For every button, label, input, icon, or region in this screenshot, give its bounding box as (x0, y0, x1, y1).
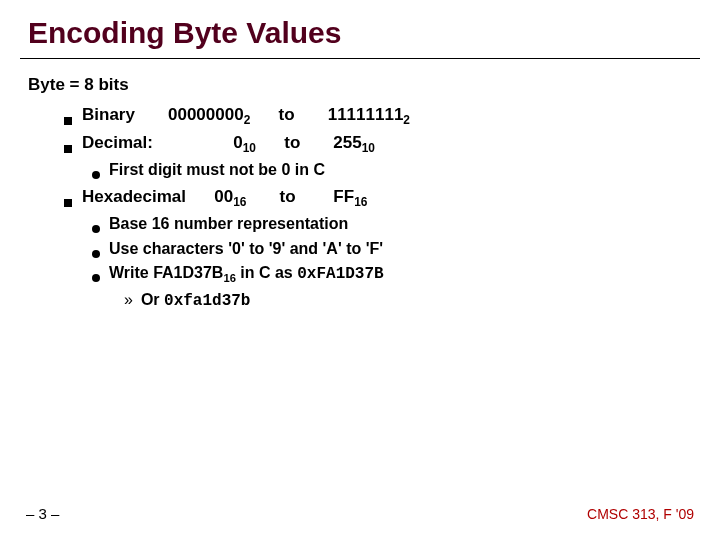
hex-note-c: Write FA1D37B16 in C as 0xFA1D37B (109, 262, 384, 287)
sub-sub-bullet-hex-or: » Or 0xfa1d37b (124, 289, 720, 312)
slide: Encoding Byte Values Byte = 8 bits Binar… (0, 0, 720, 540)
slide-title: Encoding Byte Values (0, 0, 720, 58)
binary-row-text: Binary 000000002 to 111111112 (82, 103, 410, 129)
hex-note-d: Or 0xfa1d37b (141, 289, 251, 312)
hex-note-b: Use characters '0' to '9' and 'A' to 'F' (109, 238, 383, 260)
disc-bullet-icon (92, 171, 100, 179)
sub-bullet-hex-base16: Base 16 number representation (92, 213, 720, 235)
square-bullet-icon (64, 199, 72, 207)
hex-row-text: Hexadecimal 0016 to FF16 (82, 185, 367, 211)
bullet-binary: Binary 000000002 to 111111112 (64, 103, 720, 129)
square-bullet-icon (64, 117, 72, 125)
page-number: – 3 – (26, 505, 59, 522)
arrow-bullet-icon: » (124, 289, 133, 311)
disc-bullet-icon (92, 225, 100, 233)
bullet-decimal: Decimal: 010 to 25510 (64, 131, 720, 157)
slide-content: Byte = 8 bits Binary 000000002 to 111111… (0, 59, 720, 312)
bullet-hex: Hexadecimal 0016 to FF16 (64, 185, 720, 211)
disc-bullet-icon (92, 274, 100, 282)
decimal-note-text: First digit must not be 0 in C (109, 159, 325, 181)
disc-bullet-icon (92, 250, 100, 258)
square-bullet-icon (64, 145, 72, 153)
course-footer: CMSC 313, F '09 (587, 506, 694, 522)
sub-bullet-hex-write: Write FA1D37B16 in C as 0xFA1D37B (92, 262, 720, 287)
hex-note-a: Base 16 number representation (109, 213, 348, 235)
sub-bullet-hex-chars: Use characters '0' to '9' and 'A' to 'F' (92, 238, 720, 260)
section-heading: Byte = 8 bits (28, 73, 720, 97)
decimal-row-text: Decimal: 010 to 25510 (82, 131, 375, 157)
sub-bullet-decimal-note: First digit must not be 0 in C (92, 159, 720, 181)
